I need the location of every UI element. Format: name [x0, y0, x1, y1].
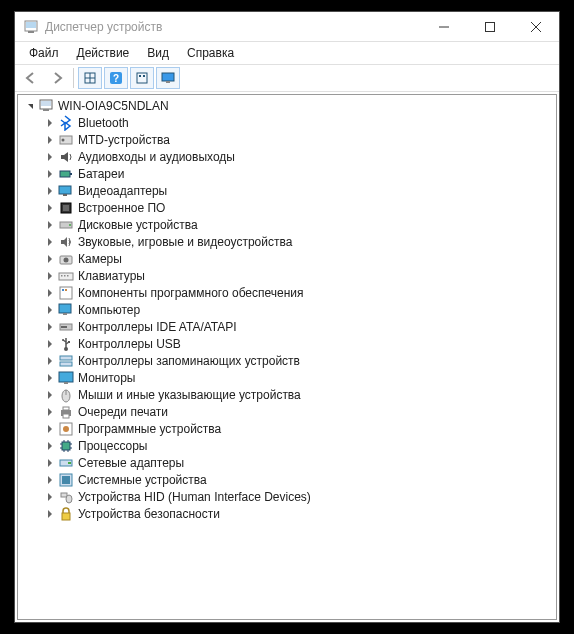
maximize-button[interactable] — [467, 12, 513, 41]
monitor-button[interactable] — [156, 67, 180, 89]
firmware-icon — [58, 200, 74, 216]
device-manager-window: Диспетчер устройств Файл Действие Вид Сп… — [14, 11, 560, 623]
app-icon — [23, 19, 39, 35]
expand-icon[interactable] — [42, 388, 58, 402]
tree-item[interactable]: Контроллеры USB — [18, 335, 552, 352]
tree-item[interactable]: Аудиовходы и аудиовыходы — [18, 148, 552, 165]
computer-icon — [58, 302, 74, 318]
disk-icon — [58, 217, 74, 233]
help-button[interactable]: ? — [104, 67, 128, 89]
menu-help[interactable]: Справка — [179, 44, 242, 62]
svg-point-29 — [69, 224, 71, 226]
tree-item-label: Мониторы — [78, 371, 135, 385]
tree-item[interactable]: Контроллеры IDE ATA/ATAPI — [18, 318, 552, 335]
sound-icon — [58, 234, 74, 250]
expand-icon[interactable] — [42, 133, 58, 147]
ide-icon — [58, 319, 74, 335]
tree-item-label: Системные устройства — [78, 473, 207, 487]
tree-item[interactable]: Звуковые, игровые и видеоустройства — [18, 233, 552, 250]
expand-icon[interactable] — [42, 286, 58, 300]
svg-rect-12 — [137, 73, 147, 83]
expand-icon[interactable] — [42, 150, 58, 164]
menu-action[interactable]: Действие — [69, 44, 138, 62]
tree-item[interactable]: Устройства безопасности — [18, 505, 552, 522]
usb-icon — [58, 336, 74, 352]
tree-item[interactable]: Системные устройства — [18, 471, 552, 488]
collapse-icon[interactable] — [22, 99, 38, 113]
svg-rect-49 — [59, 372, 73, 382]
expand-icon[interactable] — [42, 354, 58, 368]
expand-icon[interactable] — [42, 201, 58, 215]
expand-icon[interactable] — [42, 337, 58, 351]
expand-icon[interactable] — [42, 507, 58, 521]
tree-item-label: Компоненты программного обеспечения — [78, 286, 304, 300]
tree-item-label: Процессоры — [78, 439, 148, 453]
tree-item[interactable]: Видеоадаптеры — [18, 182, 552, 199]
svg-rect-42 — [61, 326, 67, 328]
svg-rect-35 — [67, 275, 69, 277]
tree-item[interactable]: Камеры — [18, 250, 552, 267]
svg-rect-15 — [162, 73, 174, 81]
expand-icon[interactable] — [42, 473, 58, 487]
tree-item[interactable]: Компоненты программного обеспечения — [18, 284, 552, 301]
svg-rect-73 — [62, 513, 70, 520]
expand-icon[interactable] — [42, 456, 58, 470]
tree-item[interactable]: Очереди печати — [18, 403, 552, 420]
tree-item[interactable]: MTD-устройства — [18, 131, 552, 148]
tree-item[interactable]: Мыши и иные указывающие устройства — [18, 386, 552, 403]
tree-item[interactable]: Встроенное ПО — [18, 199, 552, 216]
expand-icon[interactable] — [42, 303, 58, 317]
storage-ctrl-icon — [58, 353, 74, 369]
expand-icon[interactable] — [42, 422, 58, 436]
tree-item[interactable]: Клавиатуры — [18, 267, 552, 284]
tree-item[interactable]: Компьютер — [18, 301, 552, 318]
minimize-button[interactable] — [421, 12, 467, 41]
expand-icon[interactable] — [42, 184, 58, 198]
expand-icon[interactable] — [42, 252, 58, 266]
svg-rect-46 — [68, 341, 70, 343]
tree-item-label: Сетевые адаптеры — [78, 456, 184, 470]
hid-icon — [58, 489, 74, 505]
tree-item[interactable]: Батареи — [18, 165, 552, 182]
expand-icon[interactable] — [42, 116, 58, 130]
expand-icon[interactable] — [42, 490, 58, 504]
svg-rect-50 — [64, 382, 68, 384]
tree-item[interactable]: Программные устройства — [18, 420, 552, 437]
tree-item-label: Очереди печати — [78, 405, 168, 419]
titlebar: Диспетчер устройств — [15, 12, 559, 42]
expand-icon[interactable] — [42, 405, 58, 419]
tree-item-label: Bluetooth — [78, 116, 129, 130]
svg-rect-18 — [41, 101, 51, 106]
svg-rect-58 — [62, 442, 70, 450]
expand-icon[interactable] — [42, 371, 58, 385]
expand-icon[interactable] — [42, 439, 58, 453]
tree-item[interactable]: Сетевые адаптеры — [18, 454, 552, 471]
close-button[interactable] — [513, 12, 559, 41]
printer-icon — [58, 404, 74, 420]
expand-icon[interactable] — [42, 235, 58, 249]
tree-item[interactable]: Устройства HID (Human Interface Devices) — [18, 488, 552, 505]
expand-icon[interactable] — [42, 269, 58, 283]
menu-file[interactable]: Файл — [21, 44, 67, 62]
device-tree[interactable]: WIN-OIA9C5NDLAN BluetoothMTD-устройстваА… — [17, 94, 557, 620]
tree-item-label: Видеоадаптеры — [78, 184, 167, 198]
svg-point-57 — [63, 426, 69, 432]
tree-item-label: Клавиатуры — [78, 269, 145, 283]
back-button[interactable] — [19, 67, 43, 89]
expand-icon[interactable] — [42, 167, 58, 181]
properties-button[interactable] — [78, 67, 102, 89]
svg-rect-36 — [60, 287, 72, 299]
tree-item[interactable]: Дисковые устройства — [18, 216, 552, 233]
tree-item[interactable]: Мониторы — [18, 369, 552, 386]
tree-root[interactable]: WIN-OIA9C5NDLAN — [18, 97, 552, 114]
window-title: Диспетчер устройств — [45, 20, 421, 34]
tree-item-label: Устройства безопасности — [78, 507, 220, 521]
tree-item[interactable]: Контроллеры запоминающих устройств — [18, 352, 552, 369]
scan-button[interactable] — [130, 67, 154, 89]
expand-icon[interactable] — [42, 218, 58, 232]
menu-view[interactable]: Вид — [139, 44, 177, 62]
tree-item[interactable]: Bluetooth — [18, 114, 552, 131]
tree-item[interactable]: Процессоры — [18, 437, 552, 454]
forward-button[interactable] — [45, 67, 69, 89]
expand-icon[interactable] — [42, 320, 58, 334]
